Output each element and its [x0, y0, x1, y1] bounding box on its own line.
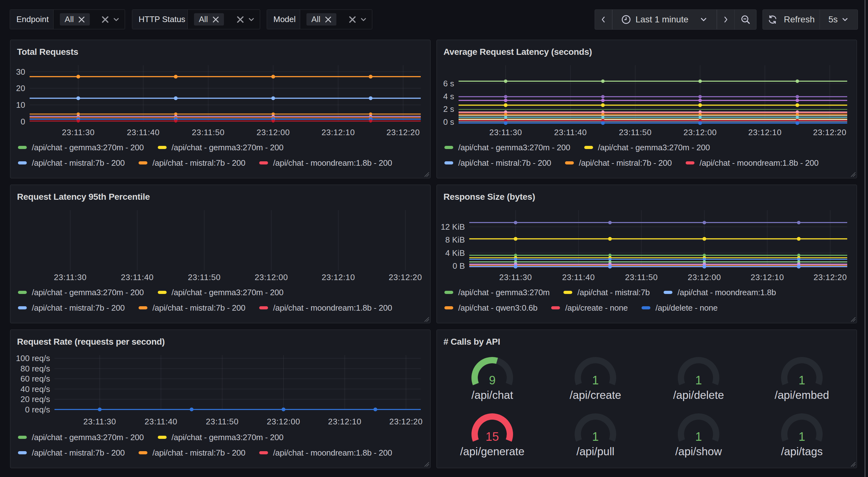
- svg-text:1: 1: [695, 374, 702, 387]
- svg-text:1: 1: [592, 374, 599, 387]
- svg-text:100 req/s: 100 req/s: [16, 354, 50, 363]
- svg-text:23:12:20: 23:12:20: [813, 128, 846, 137]
- svg-text:1: 1: [695, 430, 702, 443]
- svg-text:/api/create: /api/create: [570, 389, 621, 401]
- svg-text:/api/pull: /api/pull: [576, 445, 615, 457]
- svg-text:23:11:40: 23:11:40: [121, 272, 154, 282]
- svg-text:20: 20: [16, 84, 25, 93]
- svg-text:1: 1: [592, 430, 599, 443]
- svg-text:10: 10: [16, 100, 25, 110]
- svg-text:23:11:40: 23:11:40: [145, 417, 177, 426]
- svg-text:4 KiB: 4 KiB: [445, 248, 465, 258]
- svg-text:15: 15: [486, 430, 499, 443]
- svg-text:0: 0: [21, 117, 25, 126]
- svg-text:40 req/s: 40 req/s: [21, 384, 50, 394]
- svg-text:23:11:50: 23:11:50: [188, 272, 221, 282]
- svg-text:60 req/s: 60 req/s: [21, 374, 50, 383]
- svg-text:23:12:00: 23:12:00: [683, 128, 717, 137]
- svg-text:23:11:50: 23:11:50: [625, 272, 658, 282]
- svg-text:23:11:30: 23:11:30: [499, 272, 532, 282]
- svg-text:23:11:30: 23:11:30: [489, 128, 522, 137]
- svg-text:80 req/s: 80 req/s: [21, 364, 50, 374]
- svg-text:23:12:20: 23:12:20: [389, 272, 422, 282]
- svg-text:2 s: 2 s: [443, 104, 454, 114]
- svg-text:23:12:10: 23:12:10: [328, 417, 362, 426]
- svg-text:/api/chat: /api/chat: [471, 389, 514, 401]
- svg-text:23:11:40: 23:11:40: [554, 128, 587, 137]
- svg-text:0 s: 0 s: [443, 117, 454, 127]
- svg-text:23:12:10: 23:12:10: [748, 128, 782, 137]
- svg-text:23:11:30: 23:11:30: [62, 128, 94, 137]
- svg-text:23:12:00: 23:12:00: [267, 417, 300, 426]
- svg-text:8 KiB: 8 KiB: [445, 235, 465, 244]
- svg-text:23:12:00: 23:12:00: [687, 272, 721, 282]
- svg-text:1: 1: [798, 374, 805, 387]
- svg-text:23:11:40: 23:11:40: [562, 272, 595, 282]
- svg-text:23:12:20: 23:12:20: [389, 417, 423, 426]
- svg-text:4 s: 4 s: [443, 92, 454, 101]
- svg-text:23:11:40: 23:11:40: [127, 128, 160, 137]
- svg-text:/api/tags: /api/tags: [781, 445, 823, 457]
- svg-text:9: 9: [489, 374, 495, 387]
- svg-text:23:12:20: 23:12:20: [386, 128, 420, 137]
- svg-text:23:12:10: 23:12:10: [321, 128, 355, 137]
- svg-text:12 KiB: 12 KiB: [441, 222, 465, 232]
- svg-text:23:11:50: 23:11:50: [619, 128, 652, 137]
- svg-text:/api/embed: /api/embed: [774, 389, 829, 401]
- svg-text:23:11:30: 23:11:30: [84, 417, 116, 426]
- svg-text:20 req/s: 20 req/s: [21, 394, 50, 404]
- svg-text:23:12:20: 23:12:20: [813, 272, 847, 282]
- svg-text:23:12:00: 23:12:00: [254, 272, 288, 282]
- svg-text:23:12:10: 23:12:10: [750, 272, 784, 282]
- svg-text:1: 1: [798, 430, 805, 443]
- svg-text:23:11:30: 23:11:30: [54, 272, 87, 282]
- svg-text:23:11:50: 23:11:50: [192, 128, 224, 137]
- svg-text:/api/show: /api/show: [675, 445, 722, 457]
- svg-text:/api/delete: /api/delete: [673, 389, 724, 401]
- svg-text:6 s: 6 s: [443, 79, 454, 88]
- svg-text:30: 30: [16, 67, 25, 77]
- svg-text:23:12:10: 23:12:10: [321, 272, 355, 282]
- svg-text:0 req/s: 0 req/s: [25, 405, 51, 414]
- svg-text:/api/generate: /api/generate: [460, 445, 524, 457]
- svg-text:0 B: 0 B: [453, 261, 465, 271]
- svg-text:23:12:00: 23:12:00: [256, 128, 290, 137]
- svg-text:23:11:50: 23:11:50: [206, 417, 239, 426]
